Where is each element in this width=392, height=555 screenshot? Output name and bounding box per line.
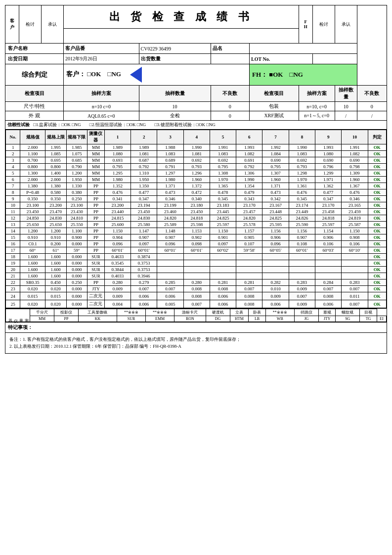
sampling-qty-header2: 抽样数量 <box>335 86 357 102</box>
table-row: 1123.45023.47023.430PP23.44023.45023.460… <box>6 209 387 215</box>
shipment-date-label: 出货日期 <box>5 54 64 64</box>
inspection-row1-qty: 10 <box>139 102 211 111</box>
col-spec: 规格值 <box>20 130 45 144</box>
fh-judgment-label: FH： <box>252 71 267 78</box>
col-1: 1 <box>104 130 131 144</box>
product-name-label: 品名 <box>211 44 249 54</box>
code-ei: EI <box>377 316 386 322</box>
code-sur: SUR <box>117 316 145 322</box>
header-spacer <box>64 29 299 44</box>
code-htm: HTM <box>230 316 249 322</box>
inst-htm: 立表 <box>230 309 249 316</box>
fh-judgment: FH： ■OK □NG <box>249 64 357 86</box>
table-row: 62.0002.0001.950MM1.9801.9501.9801.9601.… <box>6 177 387 183</box>
col-4: 4 <box>183 130 210 144</box>
inspection-row1-defect2: 0 <box>357 102 387 111</box>
inspection-row2-plan: AQL0.65 c=0 <box>64 111 139 121</box>
table-row: 30.7000.6950.685MM0.6930.6870.6890.6920.… <box>6 157 387 164</box>
inst-touei: 投影仪 <box>54 309 78 316</box>
inspection-row1-item2: 包装 <box>249 102 299 111</box>
table-row: 240.0150.0150.000二次元0.0090.0060.0060.008… <box>6 292 387 300</box>
inst-lb: 卧表 <box>249 309 265 316</box>
table-row: 150.9100.9100.900PP0.9040.9070.9070.9020… <box>6 234 387 241</box>
inspection-row2-item2: XRF测试 <box>249 111 299 121</box>
inst-tg: 目视 <box>360 309 377 316</box>
col-5: 5 <box>210 130 236 144</box>
inspection-row1-qty2: 10 <box>335 102 357 111</box>
inspection-row1-defect: 0 <box>211 102 249 111</box>
customer-label: 客户： <box>66 70 86 78</box>
code-jty: JTY <box>318 316 335 322</box>
table-row: 40.8000.8000.790MM0.7950.7920.7910.7930.… <box>6 164 387 170</box>
table-row: 12.0001.9951.985MM1.9891.9891.9881.9901.… <box>6 144 387 151</box>
col-7: 7 <box>262 130 289 144</box>
code-emm: EMM <box>146 316 174 322</box>
table-row: 211.6001.6000.000SUR0.40330.3946OK <box>6 273 387 279</box>
col-2: 2 <box>131 130 157 144</box>
table-row: 250.0200.0200.000二次元0.0040.0060.0050.007… <box>6 300 387 308</box>
col-8: 8 <box>289 130 315 144</box>
main-title: 出 货 检 查 成 绩 书 <box>64 5 299 29</box>
code-ron: RON <box>174 316 206 322</box>
fh-ng-label: □NG <box>290 71 303 78</box>
table-row: 1325.65025.65025.550PP25.60025.58025.589… <box>6 222 387 228</box>
inspection-row2-defect: 0 <box>211 111 249 121</box>
inst-sur: **※※※ <box>117 309 145 316</box>
table-row: 141.2001.2001.100PP1.1501.1471.1481.1531… <box>6 228 387 234</box>
code-kk: KK <box>78 316 117 322</box>
table-row: 90.3500.3500.250PP0.3410.3470.3460.3400.… <box>6 196 387 202</box>
code-wb: WB <box>265 316 294 322</box>
ok-label: □OK <box>87 70 101 78</box>
table-row: 181.6001.6000.000SUR0.46330.3874OK <box>6 254 387 260</box>
sampling-plan-header: 抽样方案 <box>64 86 139 102</box>
approve-cell-right: 承认 <box>335 5 357 44</box>
review-cell-right: 检讨 <box>312 5 335 44</box>
ng-label: □NG <box>108 70 121 78</box>
inst-kogu: 工具显微镜 <box>78 309 117 316</box>
shipment-qty-value <box>211 54 249 64</box>
customer-name-label: 客户名称 <box>5 44 64 54</box>
reliability-label: 信赖性试验 <box>7 122 30 127</box>
fh-ok-label: ■OK <box>269 71 283 78</box>
reliability-row: 信赖性试验 □1.盐雾试验：□OK □NG □2.恒温恒湿试验：□OK □NG … <box>5 121 387 130</box>
table-row: 1760°61°59°PP60°01′60°01′60°01′60°01′60°… <box>6 247 387 254</box>
inspection-item-header2: 检查项目 <box>249 86 299 102</box>
sampling-qty-header: 抽样数量 <box>139 86 211 102</box>
table-row: 22SR0.350.4500.250PP0.2800.2790.2850.280… <box>6 279 387 286</box>
inspection-item-header: 检查项目 <box>5 86 64 102</box>
inst-ron: 游标卡尺 <box>174 309 206 316</box>
col-9: 9 <box>315 130 342 144</box>
col-6: 6 <box>236 130 262 144</box>
table-row: 71.3801.3801.330PP1.3521.3501.3711.3721.… <box>6 183 387 189</box>
shipment-date-value: 2012年9月26日 <box>64 54 139 64</box>
client-label: 客户 <box>5 5 19 44</box>
title-text: 出 货 检 查 成 绩 书 <box>109 10 253 23</box>
remark-note1: 备注：1. 客户有指定格式的依客户格式，客户没有指定格式的，依以上格式填写，原件… <box>9 336 383 343</box>
customer-part-label: 客户品番 <box>64 44 139 54</box>
table-row: 16C0.10.2000.000PP0.0960.0970.0960.0980.… <box>6 241 387 247</box>
code-mm: MM <box>30 316 54 322</box>
table-row: 201.6001.6000.000SUR0.38440.3753OK <box>6 267 387 273</box>
customer-part-value: CV0229 36499 <box>139 44 211 54</box>
table-row: 1023.10023.20023.100PP23.20023.19423.199… <box>6 202 387 209</box>
inst-jg: 径跳仪 <box>294 309 318 316</box>
table-row: 230.0200.0200.000JTY0.0090.0070.0070.008… <box>6 286 387 292</box>
code-sg: SG <box>336 316 360 322</box>
inst-emm: **※※※ <box>146 309 174 316</box>
inspection-row1-plan: n=10 c=0 <box>64 102 139 111</box>
table-row: 51.3001.4001.200MM1.2951.3101.2971.2961.… <box>6 170 387 177</box>
col-inst: 测量仪器 <box>87 130 105 144</box>
inspection-row2-item: 外 观 <box>5 111 64 121</box>
product-name-value <box>249 44 357 54</box>
table-row: 1224.85024.83024.810PP24.81524.83024.820… <box>6 215 387 222</box>
inspection-row1-item: 尺寸/特性 <box>5 102 64 111</box>
col-judge: 判定 <box>368 130 386 144</box>
code-dg: DG <box>206 316 230 322</box>
reliability-test3: □3.镀层附着性试验：□OK □NG <box>154 122 215 127</box>
defect-header: 不良数 <box>211 86 249 102</box>
inspection-row1-plan2: n=10, c=0 <box>299 102 335 111</box>
inspection-row2-plan2: n=1～5, c=0 <box>299 111 335 121</box>
overall-judgment-label: 综合判定 <box>5 64 64 86</box>
defect-header2: 不良数 <box>357 86 387 102</box>
reliability-test1: □1.盐雾试验：□OK □NG <box>33 122 81 127</box>
